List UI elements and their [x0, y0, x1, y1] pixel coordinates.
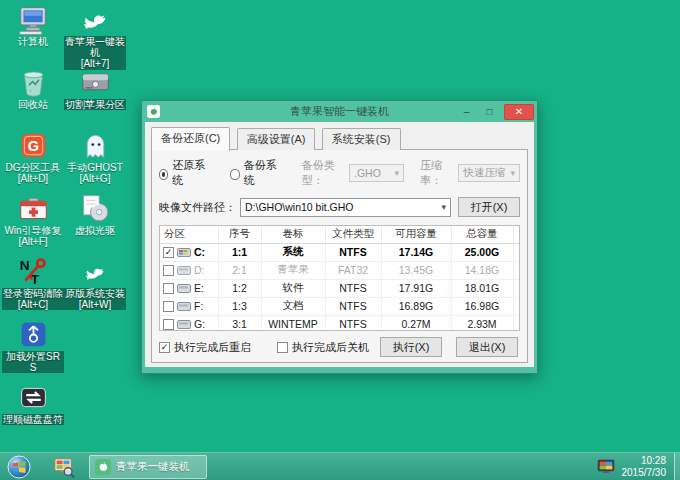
- table-row-c[interactable]: ✓ C: 1:1 系统 NTFS 17.14G 25.00G: [160, 243, 519, 261]
- table-cell: 1:1: [218, 243, 261, 261]
- table-cell: [513, 261, 519, 279]
- screen-resolution-icon[interactable]: [53, 456, 75, 478]
- backup-type-select[interactable]: .GHO ▾: [349, 164, 404, 182]
- table-cell: 16.98G: [451, 297, 513, 315]
- desktop-icon-label: 手动GHOST: [67, 162, 123, 173]
- desktop-icon-label: 登录密码清除: [3, 288, 63, 299]
- diskgenius-icon: G: [18, 130, 49, 161]
- table-cell: 3:1: [218, 315, 261, 331]
- desktop-icon-manual-ghost[interactable]: 手动GHOST[Alt+G]: [64, 130, 126, 193]
- table-cell: ✓ G:: [160, 315, 218, 331]
- clock-time: 10:28: [622, 455, 667, 467]
- green-apple-icon: [95, 459, 111, 475]
- maximize-button[interactable]: □: [478, 104, 501, 120]
- row-checkbox[interactable]: ✓: [163, 247, 174, 258]
- row-checkbox[interactable]: ✓: [163, 265, 174, 276]
- chevron-down-icon: ▾: [510, 168, 515, 178]
- ghost-icon: [80, 130, 111, 161]
- table-cell: ✓ D:: [160, 261, 218, 279]
- installer-window: 青苹果智能一键装机 – □ ✕ 备份还原(C) 高级设置(A) 系统安装(S) …: [141, 100, 538, 374]
- column-header[interactable]: 可用容量: [381, 226, 451, 243]
- system-drive-icon: [177, 246, 191, 258]
- footer-row: ✓ 执行完成后重启 ✓ 执行完成后关机 执行(X) 退出(X): [159, 337, 520, 357]
- window-titlebar[interactable]: 青苹果智能一键装机 – □ ✕: [145, 101, 534, 122]
- desktop-icon-password-clear[interactable]: N T 登录密码清除[Alt+C]: [2, 256, 64, 319]
- tab-backup-restore[interactable]: 备份还原(C): [151, 127, 230, 151]
- table-row-g[interactable]: ✓ G: 3:1 WINTEMP NTFS 0.27M 2.93M: [160, 315, 519, 331]
- exit-button[interactable]: 退出(X): [456, 337, 518, 357]
- image-path-combobox[interactable]: D:\GHO\win10 bit.GHO ▾: [240, 198, 451, 217]
- row-checkbox[interactable]: ✓: [163, 283, 174, 294]
- table-cell: ✓ F:: [160, 297, 218, 315]
- maximize-icon: □: [486, 107, 492, 117]
- desktop-icon-fix-drive-letters[interactable]: 理顺磁盘盘符: [2, 382, 64, 445]
- tab-advanced-settings[interactable]: 高级设置(A): [237, 128, 316, 150]
- column-header[interactable]: 文件类型: [325, 226, 381, 243]
- column-header[interactable]: 总容量: [451, 226, 513, 243]
- close-icon: ✕: [515, 107, 523, 117]
- start-button[interactable]: [7, 455, 31, 479]
- minimize-icon: –: [464, 107, 470, 117]
- computer-icon: [18, 4, 49, 35]
- table-cell: NTFS: [325, 297, 381, 315]
- desktop-icon-qpg-installer[interactable]: 青苹果一键装机[Alt+7]: [64, 4, 126, 67]
- recycle-bin-icon: [18, 67, 49, 98]
- checkbox-icon: ✓: [159, 342, 170, 353]
- checkbox-shutdown-after[interactable]: ✓ 执行完成后关机: [277, 340, 369, 355]
- table-row-d[interactable]: ✓ D: 2:1 青苹果 FAT32 13.45G 14.18G: [160, 261, 519, 279]
- desktop-icon-virtual-drive[interactable]: 虚拟光驱: [64, 193, 126, 256]
- desktop-icon-label: Win引导修复: [4, 225, 61, 236]
- desktop-icon-original-system-install[interactable]: 原版系统安装[Alt+W]: [64, 256, 126, 319]
- execute-button[interactable]: 执行(X): [380, 337, 442, 357]
- table-cell: WINTEMP: [261, 315, 325, 331]
- table-cell: FAT32: [325, 261, 381, 279]
- backup-restore-panel: 还原系统 备份系统 备份类型： .GHO ▾ 压缩率： 快速压缩 ▾: [151, 149, 528, 363]
- compress-select[interactable]: 快速压缩 ▾: [458, 164, 520, 182]
- display-tray-icon[interactable]: [597, 459, 615, 475]
- desktop-icon-label: 虚拟光驱: [75, 225, 115, 236]
- table-row-f[interactable]: ✓ F: 1:3 文档 NTFS 16.89G 16.98G: [160, 297, 519, 315]
- backup-type-label: 备份类型：: [302, 158, 346, 188]
- desktop-icon-apple-partition[interactable]: 切割苹果分区: [64, 67, 126, 130]
- desktop-icon-win-boot-repair[interactable]: Win引导修复[Alt+F]: [2, 193, 64, 256]
- desktop-icon-load-srs[interactable]: 加载外置SRS: [2, 319, 64, 382]
- radio-restore-label: 还原系统: [172, 158, 208, 188]
- bird-icon: [80, 4, 111, 35]
- table-cell: ✓ C:: [160, 243, 218, 261]
- close-button[interactable]: ✕: [504, 104, 534, 120]
- checkbox-icon: ✓: [277, 342, 288, 353]
- table-cell: [513, 315, 519, 331]
- table-cell: 14.18G: [451, 261, 513, 279]
- table-cell: 文档: [261, 297, 325, 315]
- table-cell: ✓ E:: [160, 279, 218, 297]
- radio-backup-system[interactable]: 备份系统: [230, 158, 279, 188]
- taskbar-clock[interactable]: 10:28 2015/7/30: [622, 455, 667, 479]
- row-checkbox[interactable]: ✓: [163, 319, 174, 330]
- show-desktop-button[interactable]: [674, 453, 680, 480]
- minimize-button[interactable]: –: [455, 104, 478, 120]
- taskbar-button-installer[interactable]: 青苹果一键装机: [89, 455, 207, 479]
- column-header[interactable]: 分区: [160, 226, 218, 243]
- table-cell: 青苹果: [261, 261, 325, 279]
- row-checkbox[interactable]: ✓: [163, 301, 174, 312]
- taskbar: 青苹果一键装机 10:28 2015/7/30: [0, 452, 680, 480]
- drive-icon: [177, 282, 191, 294]
- column-header[interactable]: 序号: [218, 226, 261, 243]
- desktop-icon-dg-partition-tool[interactable]: G DG分区工具[Alt+D]: [2, 130, 64, 193]
- checkbox-reboot-after[interactable]: ✓ 执行完成后重启: [159, 340, 251, 355]
- check-icon: ✓: [165, 248, 173, 257]
- table-cell: 16.89G: [381, 297, 451, 315]
- table-cell: NTFS: [325, 279, 381, 297]
- open-button[interactable]: 打开(X): [458, 197, 520, 217]
- chevron-down-icon: ▾: [441, 202, 446, 212]
- table-cell: 13.45G: [381, 261, 451, 279]
- radio-restore-system[interactable]: 还原系统: [159, 158, 208, 188]
- tab-system-install[interactable]: 系统安装(S): [322, 128, 401, 150]
- desktop-icon-recycle-bin[interactable]: 回收站: [2, 67, 64, 130]
- radio-unselected-icon: [230, 169, 239, 180]
- table-row-e[interactable]: ✓ E: 1:2 软件 NTFS 17.91G 18.01G: [160, 279, 519, 297]
- desktop-icon-computer[interactable]: 计算机: [2, 4, 64, 67]
- column-header[interactable]: 卷标: [261, 226, 325, 243]
- table-cell: NTFS: [325, 243, 381, 261]
- table-cell: 25.00G: [451, 243, 513, 261]
